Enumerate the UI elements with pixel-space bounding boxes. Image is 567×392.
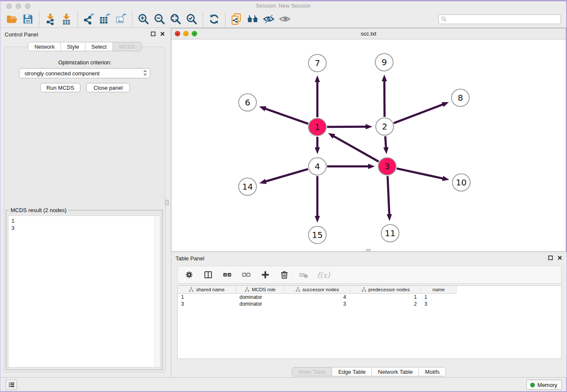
import-table-icon[interactable]: [58, 12, 74, 26]
import-network-icon[interactable]: [42, 12, 58, 26]
graph-edge-4-3[interactable]: [327, 164, 375, 169]
zoom-out-icon[interactable]: [151, 12, 168, 26]
tab-network-table[interactable]: Network Table: [372, 367, 419, 376]
column-header-MCDS-role[interactable]: MCDS role: [236, 286, 284, 294]
duplicate-network-icon[interactable]: [228, 12, 245, 26]
table-cell[interactable]: 2: [350, 301, 421, 307]
graph-node-7[interactable]: 7: [308, 55, 326, 72]
table-cell[interactable]: 3: [421, 301, 457, 307]
table-cell[interactable]: 4: [284, 294, 350, 301]
close-panel-icon[interactable]: [160, 31, 165, 36]
export-table-icon[interactable]: [97, 12, 113, 26]
table-row[interactable]: 3dominator323: [178, 301, 561, 307]
table-cell[interactable]: 3: [284, 301, 350, 307]
zoom-in-icon[interactable]: [135, 12, 151, 26]
control-panel: Control Panel NetworkStyleSelectMCDS Opt…: [0, 28, 169, 377]
graph-edge-1-7[interactable]: [315, 75, 320, 117]
column-header-successor-nodes[interactable]: successor nodes: [284, 286, 350, 294]
graph-edge-2-3[interactable]: [383, 136, 388, 154]
graph-edge-4-15[interactable]: [315, 176, 320, 223]
criterion-select[interactable]: strongly connected component: [19, 68, 150, 78]
mcds-result-line: 1: [11, 217, 154, 224]
table-panel-title: Table Panel: [176, 255, 204, 262]
graph-node-14[interactable]: 14: [239, 178, 256, 196]
graph-edge-3-10[interactable]: [396, 168, 449, 181]
table-cell[interactable]: 3: [178, 301, 236, 307]
hide-panel-icon[interactable]: [261, 12, 277, 26]
float-panel-icon[interactable]: [151, 31, 156, 36]
graph-edge-1-6[interactable]: [259, 106, 308, 124]
zoom-fit-icon[interactable]: [168, 12, 184, 26]
export-image-icon[interactable]: [113, 12, 129, 26]
table-row[interactable]: 1dominator411: [178, 294, 561, 301]
search-input[interactable]: [447, 15, 561, 23]
zoom-selected-icon[interactable]: [184, 12, 200, 26]
delete-icon[interactable]: [279, 269, 290, 280]
graph-node-3[interactable]: 3: [378, 158, 396, 175]
table-cell[interactable]: 1: [350, 294, 421, 301]
mcds-result-title: MCDS result (2 nodes): [9, 207, 68, 213]
save-session-icon[interactable]: [20, 12, 36, 26]
task-history-button[interactable]: [6, 380, 17, 390]
graph-edge-2-9[interactable]: [382, 75, 387, 117]
graph-node-1[interactable]: 1: [308, 119, 326, 136]
refresh-layout-icon[interactable]: [206, 12, 222, 26]
tab-edge-table[interactable]: Edge Table: [332, 367, 372, 376]
mcds-result-group: MCDS result (2 nodes) 13: [6, 210, 162, 370]
select-all-columns-icon[interactable]: [222, 269, 233, 280]
graph-node-8[interactable]: 8: [451, 89, 469, 107]
close-table-panel-icon[interactable]: [557, 255, 562, 260]
column-header-name[interactable]: name: [421, 286, 457, 294]
column-header-label: shared name: [196, 287, 224, 292]
graph-edge-3-11[interactable]: [387, 176, 392, 221]
search-box[interactable]: [438, 14, 561, 24]
network-view-window: x – + scc.txt 7968124314101511: [171, 28, 566, 252]
column-header-label: name: [432, 287, 445, 292]
tab-motifs[interactable]: Motifs: [419, 367, 446, 376]
home-icon[interactable]: [245, 12, 261, 26]
application-window: Session: New Session Control Panel Netwo…: [0, 0, 567, 392]
columns-icon[interactable]: [203, 269, 214, 280]
graph-node-6[interactable]: 6: [239, 94, 256, 111]
table-header-row: shared nameMCDS rolesuccessor nodesprede…: [178, 286, 561, 294]
tab-select[interactable]: Select: [85, 42, 113, 51]
graph-node-11[interactable]: 11: [381, 225, 399, 242]
network-view-title: scc.txt: [171, 30, 566, 37]
graph-node-10[interactable]: 10: [452, 174, 470, 191]
graph-node-4[interactable]: 4: [308, 158, 326, 175]
tab-node-table[interactable]: Node Table: [292, 367, 333, 376]
result-scrollbar[interactable]: [154, 216, 160, 367]
run-mcds-button[interactable]: Run MCDS: [40, 83, 80, 92]
graph-node-15[interactable]: 15: [308, 226, 326, 244]
table-cell[interactable]: 1: [178, 294, 236, 301]
table-cell[interactable]: dominator: [236, 301, 284, 307]
graph-node-2[interactable]: 2: [376, 118, 394, 135]
graph-edge-4-14[interactable]: [259, 169, 308, 184]
column-header-predecessor-nodes[interactable]: predecessor nodes: [350, 286, 421, 294]
settings-icon[interactable]: [184, 269, 195, 280]
export-network-icon[interactable]: [81, 12, 97, 26]
graph-edge-1-4[interactable]: [315, 137, 320, 154]
tab-network[interactable]: Network: [28, 42, 61, 51]
tab-style[interactable]: Style: [61, 42, 85, 51]
graph-node-label: 3: [385, 161, 390, 171]
open-file-icon[interactable]: [4, 12, 20, 26]
tab-mcds[interactable]: MCDS: [113, 42, 141, 51]
show-eye-icon[interactable]: [277, 12, 293, 26]
float-table-panel-icon[interactable]: [548, 255, 553, 260]
unselect-all-columns-icon[interactable]: [241, 269, 252, 280]
network-window-titlebar[interactable]: x – + scc.txt: [171, 28, 566, 39]
network-canvas[interactable]: 7968124314101511: [171, 39, 566, 251]
close-panel-button[interactable]: Close panel: [86, 83, 130, 92]
graph-edge-2-8[interactable]: [394, 102, 449, 123]
column-header-shared-name[interactable]: shared name: [178, 286, 236, 294]
splitter-grip[interactable]: [165, 200, 169, 205]
table-cell[interactable]: 1: [421, 294, 457, 301]
graph-edge-3-1[interactable]: [328, 133, 379, 161]
add-icon[interactable]: [260, 269, 271, 280]
memory-button[interactable]: Memory: [526, 380, 562, 390]
graph-edge-1-2[interactable]: [327, 124, 372, 129]
table-cell[interactable]: dominator: [236, 294, 284, 301]
network-resize-grip[interactable]: [366, 249, 371, 252]
graph-node-9[interactable]: 9: [375, 54, 393, 71]
